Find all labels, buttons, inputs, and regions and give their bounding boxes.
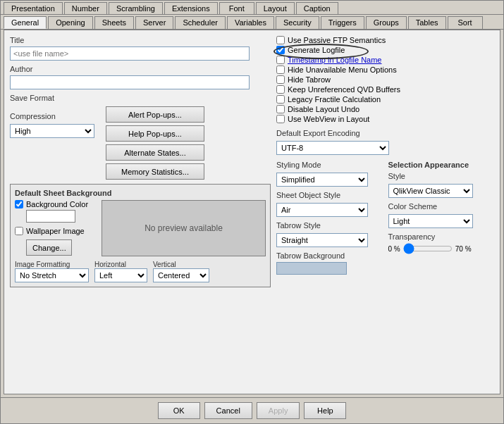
author-label: Author [10,65,271,73]
bg-controls: Background Color Wallpaper Image Change.… [15,200,96,256]
generate-logfile-checkbox[interactable] [276,46,285,54]
no-preview-text: No preview available [145,223,223,233]
cancel-button[interactable]: Cancel [204,402,252,419]
timestamp-label: Timestamp in Logfile Name [288,56,381,64]
tab-tables[interactable]: Tables [408,16,446,29]
color-scheme-select[interactable]: Light Dark Gradient [388,214,473,228]
timestamp-row: Timestamp in Logfile Name [276,56,494,64]
styling-col: Styling Mode Simplified Advanced Sheet O… [276,161,383,275]
tab-layout[interactable]: Layout [256,2,295,14]
content-area: Title Author Save Format Compression Hig… [4,30,500,394]
tab-caption[interactable]: Caption [296,2,338,14]
image-formatting-select[interactable]: No Stretch Fit Fill Stretch [15,268,89,282]
use-passive-ftp-row: Use Passive FTP Semantics [276,36,494,44]
sheet-object-style-label: Sheet Object Style [276,191,383,199]
title-input[interactable] [10,46,250,61]
timestamp-checkbox[interactable] [276,56,285,64]
tab-security[interactable]: Security [276,16,319,29]
transparency-label: Transparency [388,232,495,241]
color-scheme-label: Color Scheme [388,202,495,211]
vertical-label: Vertical [153,261,209,268]
format-row: Image Formatting No Stretch Fit Fill Str… [15,261,266,282]
hide-tabrow-row: Hide Tabrow [276,75,494,84]
right-column: Use Passive FTP Semantics Generate Logfi… [276,36,494,287]
style-select[interactable]: QlikView Classic Checkbox LED [388,184,473,198]
save-format-row: Save Format Compression High Alert Pop-u… [10,94,271,180]
wallpaper-label: Wallpaper Image [26,227,85,235]
tabrow-background-swatch[interactable] [276,262,347,275]
tab-font[interactable]: Font [219,2,254,14]
transparency-max-label: 70 % [455,245,472,253]
export-encoding-label: Default Export Encoding [276,129,494,137]
tab-scheduler[interactable]: Scheduler [175,16,226,29]
disable-layout-undo-label: Disable Layout Undo [288,105,359,113]
tab-row-2: General Opening Sheets Server Scheduler … [1,15,503,30]
vertical-select[interactable]: Top Center Centered [153,268,209,282]
default-sheet-bg-label: Default Sheet Background [15,189,266,197]
tab-variables[interactable]: Variables [227,16,274,29]
help-popups-button[interactable]: Help Pop-ups... [106,125,204,142]
wallpaper-row: Wallpaper Image [15,227,96,235]
apply-button[interactable]: Apply [257,402,300,419]
hide-tabrow-label: Hide Tabrow [288,75,331,84]
styling-mode-select[interactable]: Simplified Advanced [276,173,368,187]
wallpaper-checkbox[interactable] [15,227,23,235]
alternate-states-button[interactable]: Alternate States... [106,144,204,161]
use-webview-row: Use WebView in Layout [276,115,494,123]
export-encoding-section: Default Export Encoding UTF-8 [276,129,494,155]
sheet-object-style-select[interactable]: Air Classic Office [276,203,368,217]
tab-presentation[interactable]: Presentation [4,2,63,14]
use-webview-label: Use WebView in Layout [288,115,369,123]
use-passive-ftp-checkbox[interactable] [276,36,285,44]
tab-server[interactable]: Server [135,16,173,29]
legacy-fractile-checkbox[interactable] [276,95,285,104]
tab-sheets[interactable]: Sheets [94,16,134,29]
tab-extensions[interactable]: Extensions [164,2,218,14]
generate-logfile-row: Generate Logfile [276,46,494,54]
tab-number[interactable]: Number [64,2,107,14]
use-webview-checkbox[interactable] [276,115,285,123]
hide-tabrow-checkbox[interactable] [276,75,285,84]
tab-opening[interactable]: Opening [48,16,93,29]
checkboxes-panel: Use Passive FTP Semantics Generate Logfi… [276,36,494,123]
transparency-slider[interactable] [403,243,453,254]
title-label: Title [10,36,271,44]
bg-inner: Background Color Wallpaper Image Change.… [15,200,266,256]
tabrow-style-select[interactable]: Straight Curved [276,233,368,247]
keep-unreferenced-checkbox[interactable] [276,85,285,94]
export-encoding-select[interactable]: UTF-8 [276,141,389,155]
tab-sort[interactable]: Sort [448,16,483,29]
bg-color-label: Background Color [26,200,88,208]
tab-triggers[interactable]: Triggers [321,16,364,29]
tab-general[interactable]: General [4,16,47,29]
transparency-row: 0 % 70 % [388,243,495,254]
author-section: Author [10,65,271,89]
selection-appearance-col: Selection Appearance Style QlikView Clas… [388,161,495,275]
help-button[interactable]: Help [304,402,346,419]
author-input[interactable] [10,75,250,89]
hide-unavailable-checkbox[interactable] [276,66,285,74]
styling-selection-row: Styling Mode Simplified Advanced Sheet O… [276,161,494,275]
ok-button[interactable]: OK [158,402,200,419]
buttons-group: Alert Pop-ups... Help Pop-ups... Alterna… [106,106,204,180]
alert-popups-button[interactable]: Alert Pop-ups... [106,106,204,123]
color-swatch[interactable] [26,210,75,223]
style-label: Style [388,172,495,180]
bottom-bar: OK Cancel Apply Help [1,397,503,423]
keep-unreferenced-label: Keep Unreferenced QVD Buffers [288,85,400,94]
disable-layout-undo-checkbox[interactable] [276,105,285,113]
hide-unavailable-label: Hide Unavailable Menu Options [288,66,397,74]
preview-area: No preview available [102,200,266,256]
save-format-label: Save Format [10,94,94,102]
keep-unreferenced-row: Keep Unreferenced QVD Buffers [276,85,494,94]
horizontal-select[interactable]: Left Center Right [94,268,147,282]
background-color-checkbox[interactable] [15,200,23,208]
change-button[interactable]: Change... [26,239,72,256]
memory-statistics-button[interactable]: Memory Statistics... [106,163,204,180]
tab-scrambling[interactable]: Scrambling [109,2,163,14]
tab-groups[interactable]: Groups [366,16,407,29]
compression-select[interactable]: High [10,124,94,138]
disable-layout-undo-row: Disable Layout Undo [276,105,494,113]
legacy-fractile-row: Legacy Fractile Calculation [276,95,494,104]
tabrow-background-label: Tabrow Background [276,251,383,260]
